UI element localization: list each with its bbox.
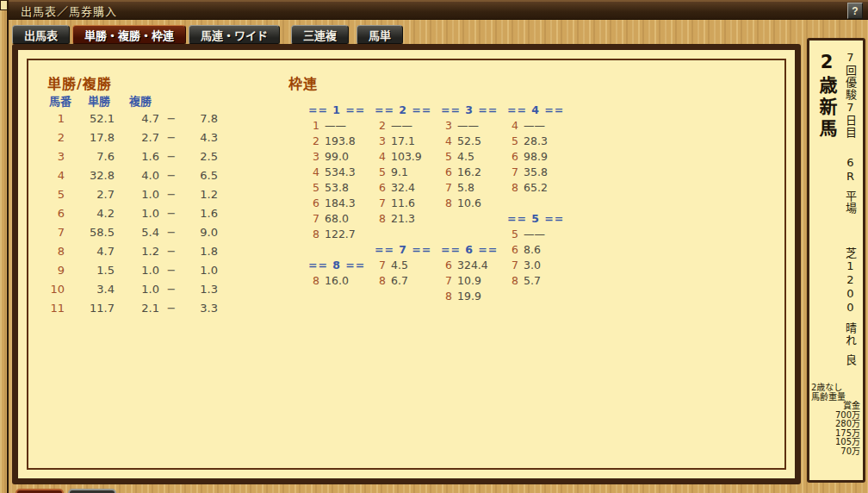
- wakuren-table: == 1 ==1——2193.8399.04534.3553.86184.376…: [308, 102, 574, 303]
- win-odds: 7.6: [77, 150, 121, 163]
- column-header-place-odds: 複勝: [121, 92, 159, 109]
- horse-number: 4: [44, 169, 77, 182]
- place-odds-low: 1.0: [121, 207, 159, 220]
- bracket-header: == 3 ==: [441, 102, 507, 117]
- bracket-number: 8: [507, 181, 518, 194]
- wakuren-section-title: 枠連: [288, 72, 318, 93]
- tab-sanrenpuku[interactable]: 三連複: [291, 25, 349, 44]
- bracket-odds-cell: 75.8: [441, 179, 507, 195]
- window-title: 出馬表／馬券購入: [21, 3, 847, 19]
- bracket-odds-cell: 317.1: [375, 133, 441, 148]
- bracket-number: 8: [308, 274, 319, 287]
- tab-shutsubahyo[interactable]: 出馬表: [12, 25, 70, 44]
- bracket-number: 2: [375, 119, 386, 132]
- bracket-odds-value: 184.3: [325, 197, 356, 209]
- tab-umaren-wide[interactable]: 馬連・ワイド: [189, 25, 280, 44]
- bracket-odds-cell: 821.3: [375, 210, 441, 226]
- tab-row: 出馬表 単勝・複勝・枠連 馬連・ワイド 三連複 馬単: [12, 25, 406, 44]
- bracket-number: 8: [507, 274, 518, 287]
- bracket-number: 5: [441, 150, 452, 163]
- bracket-odds-cell: 85.7: [507, 272, 574, 288]
- place-odds-low: 4.0: [121, 169, 159, 182]
- place-odds-low: 1.0: [121, 188, 159, 201]
- place-odds-high: 7.8: [183, 112, 221, 125]
- win-place-row: 217.82.7−4.3: [44, 128, 221, 147]
- bracket-odds-value: 9.1: [391, 165, 408, 178]
- race-class-label: 2歳新馬: [814, 52, 840, 140]
- win-odds: 17.8: [77, 131, 121, 144]
- prize-label: 賞金: [811, 402, 860, 411]
- win-place-table: 馬番 単勝 複勝 152.14.7−7.8217.82.7−4.337.61.6…: [44, 91, 221, 317]
- bracket-number: 4: [308, 165, 319, 178]
- horse-number: 5: [44, 188, 77, 201]
- bracket-odds-value: 5.8: [457, 181, 474, 194]
- bracket-odds-value: 534.3: [325, 165, 356, 178]
- wakuren-column: == 3 ==3——452.554.5616.275.8810.6== 6 ==…: [441, 102, 507, 303]
- bracket-header: == 7 ==: [375, 241, 441, 257]
- bracket-odds-value: 98.9: [524, 150, 548, 163]
- bracket-odds-value: ——: [391, 119, 412, 132]
- bracket-number: 8: [441, 197, 452, 209]
- bracket-number: 6: [507, 150, 518, 163]
- bracket-odds-value: 10.9: [457, 274, 481, 287]
- race-number-label: 6R: [844, 156, 857, 184]
- bracket-odds-value: 10.6: [457, 197, 481, 209]
- win-odds: 2.7: [77, 188, 121, 201]
- tab-tansho-fukusho-wakuren[interactable]: 単勝・複勝・枠連: [72, 25, 186, 44]
- bracket-header: == 1 ==: [308, 102, 375, 117]
- bracket-number: 5: [507, 134, 518, 147]
- horse-number: 10: [44, 283, 77, 296]
- bracket-odds-cell: 816.0: [308, 272, 375, 288]
- bracket-odds-cell: 865.2: [507, 179, 574, 195]
- bracket-odds-value: 53.8: [325, 181, 349, 194]
- help-button[interactable]: ?: [847, 3, 863, 19]
- bracket-odds-cell: 528.3: [507, 133, 574, 148]
- win-odds: 4.2: [77, 207, 121, 220]
- bracket-odds-value: 324.4: [457, 259, 488, 271]
- bracket-odds-value: ——: [457, 119, 479, 132]
- bracket-odds-cell: 452.5: [441, 133, 507, 148]
- column-header-horse-number: 馬番: [44, 92, 77, 109]
- bracket-number: 6: [375, 181, 386, 194]
- bracket-odds-cell: 698.9: [507, 148, 574, 164]
- horse-number: 6: [44, 207, 77, 220]
- win-place-row: 152.14.7−7.8: [44, 109, 221, 128]
- tab-umatan[interactable]: 馬単: [356, 25, 403, 44]
- place-odds-high: 9.0: [183, 226, 221, 239]
- win-odds: 3.4: [77, 283, 121, 296]
- place-odds-high: 1.0: [183, 264, 221, 277]
- bracket-odds-cell: 819.9: [441, 288, 507, 303]
- bracket-odds-cell: 73.0: [507, 257, 574, 272]
- win-place-section-title: 単勝/複勝: [47, 72, 112, 93]
- place-odds-high: 1.8: [183, 245, 221, 258]
- win-odds: 11.7: [77, 302, 121, 315]
- horse-number: 9: [44, 264, 77, 277]
- bottom-button-right-partial[interactable]: [68, 489, 116, 493]
- title-bar: 出馬表／馬券購入 ?: [9, 0, 868, 20]
- bracket-odds-value: 16.0: [325, 274, 349, 287]
- race-meta-column: 7回優駿7日目 6R 平場 芝1200 晴れ 良: [842, 41, 859, 366]
- bracket-odds-cell: 6324.4: [441, 257, 507, 272]
- place-odds-high: 6.5: [183, 169, 221, 182]
- bracket-odds-value: 103.9: [391, 150, 422, 163]
- prize-5th: 70万: [811, 447, 860, 457]
- bracket-odds-cell: 3——: [441, 117, 507, 133]
- bracket-number: 4: [375, 150, 386, 163]
- horse-number: 3: [44, 150, 77, 163]
- bracket-number: 7: [308, 212, 319, 225]
- bracket-header: == 5 ==: [507, 210, 574, 226]
- bracket-odds-value: 6.7: [391, 274, 408, 287]
- blank-cell: [507, 195, 574, 210]
- win-place-row: 52.71.0−1.2: [44, 184, 221, 203]
- bracket-number: 6: [441, 165, 452, 178]
- bracket-odds-cell: 54.5: [441, 148, 507, 164]
- bracket-odds-cell: 710.9: [441, 272, 507, 288]
- bracket-header: == 6 ==: [441, 241, 507, 257]
- bottom-button-left-partial[interactable]: [16, 489, 64, 493]
- bracket-number: 1: [308, 119, 319, 132]
- bracket-odds-cell: 5——: [507, 226, 574, 241]
- win-place-row: 84.71.2−1.8: [44, 241, 221, 260]
- bracket-number: 7: [375, 259, 386, 271]
- prize-2nd: 280万: [811, 420, 860, 429]
- bracket-odds-value: ——: [524, 228, 545, 240]
